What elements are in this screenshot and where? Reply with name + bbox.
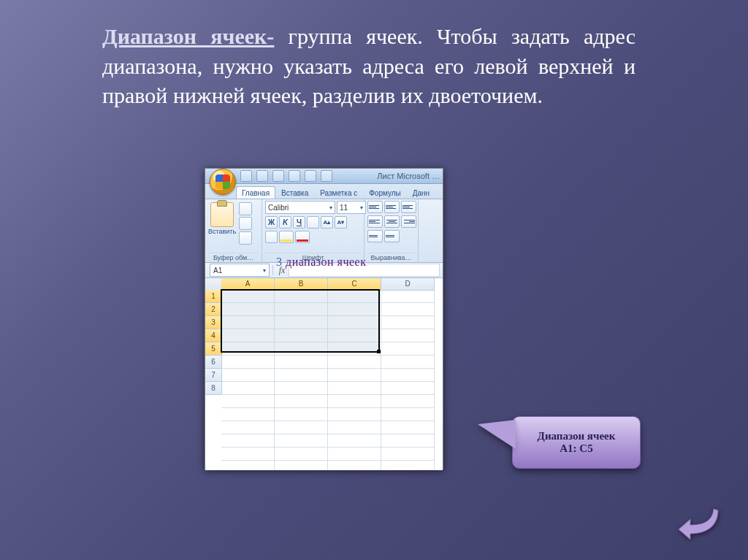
separator <box>270 265 275 275</box>
ribbon: Вставить Буфер обм… Calibri▾ <box>205 199 443 263</box>
row-header-4[interactable]: 4 <box>205 329 222 342</box>
column-header-A[interactable]: A <box>221 278 275 291</box>
border-button[interactable] <box>307 216 319 229</box>
bold-button[interactable]: Ж <box>265 216 278 229</box>
increase-indent-button[interactable] <box>384 230 400 242</box>
borders-button[interactable] <box>265 231 278 243</box>
spreadsheet-grid[interactable]: ABCD 12345678 <box>205 278 443 470</box>
tab-Данн[interactable]: Данн <box>407 186 435 199</box>
italic-button[interactable]: K <box>279 216 291 229</box>
tab-Вставка[interactable]: Вставка <box>275 186 314 199</box>
row-header-6[interactable]: 6 <box>205 356 222 369</box>
font-name-combo[interactable]: Calibri▾ <box>265 201 335 214</box>
copy-icon[interactable] <box>239 217 252 230</box>
ribbon-tabs: ГлавнаяВставкаРазметка сФормулыДанн <box>205 184 443 199</box>
cut-icon[interactable] <box>239 202 252 215</box>
align-right-button[interactable] <box>401 215 416 228</box>
column-header-C[interactable]: C <box>328 278 381 291</box>
group-align-caption: Выравнива… <box>367 253 415 262</box>
clipboard-icon <box>210 202 234 227</box>
definition-paragraph: Диапазон ячеек- группа ячеек. Чтобы зада… <box>102 22 636 111</box>
chevron-down-icon: ▾ <box>329 204 332 211</box>
qat-redo-icon[interactable] <box>272 170 284 182</box>
shrink-font-button[interactable]: A▾ <box>335 216 347 229</box>
align-left-button[interactable] <box>367 215 383 228</box>
row-header-1[interactable]: 1 <box>205 290 222 303</box>
window-title: Лист Microsoft … <box>377 172 440 180</box>
cells-area[interactable] <box>221 290 443 470</box>
align-top-button[interactable] <box>367 201 383 213</box>
qat-undo-icon[interactable] <box>256 170 268 182</box>
callout-box: Диапазон ячеек А1: С5 <box>512 416 641 469</box>
slide: Диапазон ячеек- группа ячеек. Чтобы зада… <box>0 0 748 560</box>
callout-line1: Диапазон ячеек <box>538 430 616 442</box>
name-box[interactable]: A1▾ <box>210 264 270 277</box>
back-arrow-button[interactable] <box>677 506 722 540</box>
qat-preview-icon[interactable] <box>305 170 316 182</box>
column-header-D[interactable]: D <box>381 278 435 291</box>
formula-bar[interactable] <box>289 264 440 277</box>
group-font: Calibri▾ 11▾ Ж K Ч A▴ A▾ <box>262 199 365 262</box>
office-button[interactable] <box>210 169 236 195</box>
fx-icon[interactable]: fx <box>275 265 289 276</box>
quick-access-toolbar: Лист Microsoft … <box>205 169 443 184</box>
underline-button[interactable]: Ч <box>293 216 305 229</box>
chevron-down-icon: ▾ <box>263 267 266 274</box>
align-center-button[interactable] <box>384 215 400 228</box>
group-clipboard: Вставить Буфер обм… <box>205 199 262 262</box>
qat-print-icon[interactable] <box>289 170 300 182</box>
tab-Главная[interactable]: Главная <box>236 186 275 199</box>
group-clipboard-caption: Буфер обм… <box>208 253 259 262</box>
font-size-combo[interactable]: 11▾ <box>337 201 366 214</box>
paste-label: Вставить <box>208 228 236 235</box>
group-font-caption: Шрифт <box>265 253 361 262</box>
row-headers: 12345678 <box>205 290 221 395</box>
qat-item-icon[interactable] <box>321 170 332 182</box>
font-color-button[interactable] <box>295 231 310 243</box>
excel-screenshot: Лист Microsoft … ГлавнаяВставкаРазметка … <box>205 168 443 469</box>
formula-bar-row: A1▾ fx <box>205 263 443 278</box>
chevron-down-icon: ▾ <box>360 204 363 211</box>
term: Диапазон ячеек- <box>102 24 274 48</box>
column-header-B[interactable]: B <box>275 278 328 291</box>
fill-color-button[interactable] <box>279 231 294 243</box>
column-headers: ABCD <box>221 278 435 290</box>
row-header-8[interactable]: 8 <box>205 382 222 395</box>
decrease-indent-button[interactable] <box>367 230 383 242</box>
align-bottom-button[interactable] <box>401 201 416 213</box>
qat-save-icon[interactable] <box>240 170 252 182</box>
row-header-5[interactable]: 5 <box>205 342 222 356</box>
tab-Разметка с[interactable]: Разметка с <box>314 186 363 199</box>
grow-font-button[interactable]: A▴ <box>321 216 333 229</box>
callout-line2: А1: С5 <box>560 442 592 455</box>
paste-button[interactable]: Вставить <box>208 201 236 235</box>
align-middle-button[interactable] <box>384 201 400 213</box>
select-all-corner[interactable] <box>205 278 222 291</box>
format-painter-icon[interactable] <box>239 231 252 245</box>
tab-Формулы[interactable]: Формулы <box>363 186 407 199</box>
row-header-7[interactable]: 7 <box>205 369 222 382</box>
row-header-3[interactable]: 3 <box>205 316 222 329</box>
row-header-2[interactable]: 2 <box>205 303 222 316</box>
group-alignment: Выравнива… <box>365 199 419 262</box>
curved-arrow-icon <box>677 506 722 540</box>
